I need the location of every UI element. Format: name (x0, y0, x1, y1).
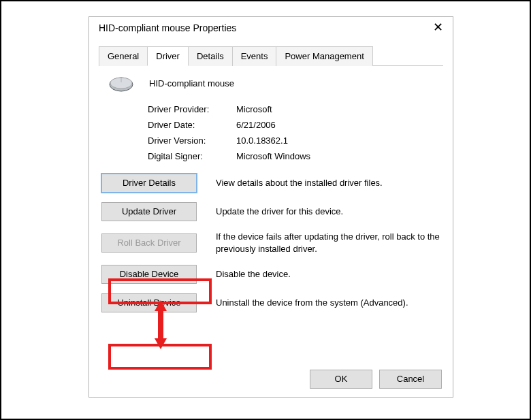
roll-back-driver-desc: If the device fails after updating the d… (216, 231, 440, 255)
disable-device-desc: Disable the device. (216, 268, 440, 280)
update-driver-button[interactable]: Update Driver (101, 202, 197, 221)
provider-value: Microsoft (236, 104, 440, 114)
tab-power-management[interactable]: Power Management (276, 46, 372, 66)
tab-general[interactable]: General (99, 46, 148, 66)
info-row-version: Driver Version: 10.0.18362.1 (148, 135, 440, 146)
date-label: Driver Date: (148, 120, 236, 130)
canvas: HID-compliant mouse Properties ✕ General… (0, 0, 531, 420)
row-roll-back-driver: Roll Back Driver If the device fails aft… (101, 231, 440, 255)
close-button[interactable]: ✕ (432, 22, 443, 33)
device-name: HID-compliant mouse (149, 78, 234, 88)
tab-details[interactable]: Details (188, 46, 233, 66)
window-title: HID-compliant mouse Properties (99, 22, 236, 33)
tab-content: HID-compliant mouse Driver Provider: Mic… (89, 66, 453, 329)
tabs-area: General Driver Details Events Power Mana… (89, 37, 453, 66)
properties-dialog: HID-compliant mouse Properties ✕ General… (88, 16, 453, 398)
highlight-uninstall (108, 344, 212, 370)
date-value: 6/21/2006 (236, 120, 440, 130)
ok-button[interactable]: OK (310, 370, 372, 389)
update-driver-desc: Update the driver for this device. (216, 206, 440, 218)
disable-device-button[interactable]: Disable Device (101, 265, 197, 284)
info-row-provider: Driver Provider: Microsoft (148, 104, 440, 114)
info-row-signer: Digital Signer: Microsoft Windows (148, 151, 440, 161)
roll-back-driver-button[interactable]: Roll Back Driver (101, 233, 197, 253)
row-driver-details: Driver Details View details about the in… (101, 174, 440, 193)
row-update-driver: Update Driver Update the driver for this… (101, 202, 440, 221)
version-value: 10.0.18362.1 (236, 135, 440, 146)
signer-value: Microsoft Windows (236, 151, 440, 161)
dialog-footer: OK Cancel (310, 370, 442, 389)
info-row-date: Driver Date: 6/21/2006 (148, 120, 440, 130)
driver-info: Driver Provider: Microsoft Driver Date: … (148, 104, 440, 161)
device-header: HID-compliant mouse (101, 71, 440, 97)
signer-label: Digital Signer: (148, 151, 236, 161)
provider-label: Driver Provider: (148, 104, 236, 114)
driver-details-button[interactable]: Driver Details (101, 174, 197, 193)
row-disable-device: Disable Device Disable the device. (101, 265, 440, 284)
tab-row: General Driver Details Events Power Mana… (99, 46, 443, 66)
tab-events[interactable]: Events (232, 46, 277, 66)
uninstall-device-button[interactable]: Uninstall Device (101, 293, 197, 312)
tab-driver[interactable]: Driver (147, 46, 189, 66)
version-label: Driver Version: (148, 135, 236, 146)
uninstall-device-desc: Uninstall the device from the system (Ad… (216, 297, 440, 309)
cancel-button[interactable]: Cancel (379, 370, 442, 389)
mouse-icon (108, 76, 134, 91)
row-uninstall-device: Uninstall Device Uninstall the device fr… (101, 293, 440, 312)
titlebar: HID-compliant mouse Properties ✕ (89, 17, 453, 37)
driver-details-desc: View details about the installed driver … (216, 177, 440, 189)
